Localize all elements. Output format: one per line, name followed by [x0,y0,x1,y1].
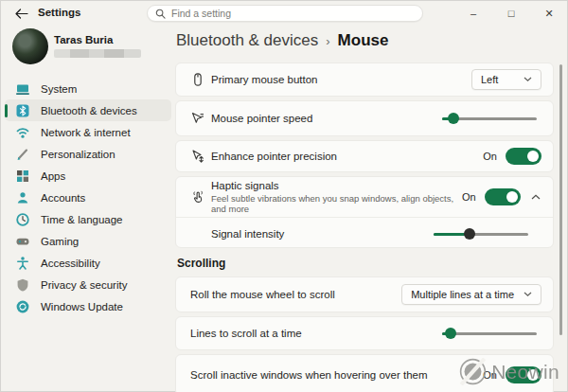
pointer-speed-slider[interactable] [442,112,537,125]
breadcrumb: Bluetooth & devices › Mouse [176,31,388,50]
haptic-signals-toggle[interactable] [485,188,521,205]
sidebar-item-windows-update[interactable]: Windows Update [5,295,171,317]
row-label: Lines to scroll at a time [190,328,302,339]
page-title: Mouse [338,31,389,50]
titlebar: Settings – □ ✕ [0,0,568,27]
toggle-knob [527,151,539,162]
signal-intensity-row: Signal intensity [176,218,553,249]
sidebar-item-label: Bluetooth & devices [41,105,137,116]
slider-thumb[interactable] [448,113,459,124]
pointer-precision-icon [190,149,205,164]
sidebar-item-label: Network & internet [41,127,131,138]
sidebar-item-gaming[interactable]: Gaming [5,230,171,252]
row-label: Roll the mouse wheel to scroll [190,289,335,300]
row-label: Mouse pointer speed [211,113,312,124]
haptic-signals-card: Haptic signals Feel subtle vibrations wh… [175,176,554,248]
sidebar: System Bluetooth & devices Network & int… [5,78,171,317]
mouse-icon [190,72,205,87]
sidebar-item-label: Gaming [41,236,79,247]
sidebar-item-personalization[interactable]: Personalization [5,143,171,165]
maximize-button[interactable]: □ [492,0,530,27]
row-description: Feel subtle vibrations when you snap win… [211,193,462,214]
profile-name: Taras Buria [54,34,113,45]
sidebar-item-accounts[interactable]: Accounts [5,187,171,208]
sidebar-item-accessibility[interactable]: Accessibility [5,252,171,274]
haptic-signals-row: Haptic signals Feel subtle vibrations wh… [176,177,553,217]
accounts-icon [15,190,30,205]
close-button[interactable]: ✕ [530,0,568,27]
vertical-scrollbar[interactable] [559,64,562,335]
lines-scroll-slider[interactable] [442,327,537,340]
sidebar-item-apps[interactable]: Apps [5,165,171,187]
chevron-up-icon [531,194,541,200]
minimize-button[interactable]: – [454,0,492,27]
haptic-collapse-button[interactable] [530,190,541,204]
sidebar-item-privacy-security[interactable]: Privacy & security [5,274,171,295]
back-icon [15,9,28,19]
sidebar-item-label: System [41,83,77,95]
neowin-logo-icon [459,358,487,385]
windows-update-icon [15,299,30,314]
dropdown-value: Multiple lines at a time [411,289,514,300]
window-controls: – □ ✕ [454,0,568,27]
watermark-text: Neowin [491,361,559,383]
search-input[interactable] [171,8,389,19]
search-box[interactable] [147,5,423,22]
scrolling-section-header: Scrolling [177,257,225,270]
row-label: Scroll inactive windows when hovering ov… [190,369,428,381]
row-label: Enhance pointer precision [211,151,337,162]
sidebar-item-system[interactable]: System [5,78,171,99]
toggle-knob [506,191,518,203]
row-label: Signal intensity [211,228,284,240]
sidebar-item-label: Apps [41,170,65,182]
privacy-icon [15,277,30,293]
apps-icon [15,169,30,184]
slider-thumb[interactable] [464,228,475,240]
enhance-precision-toggle[interactable] [506,148,541,165]
mouse-pointer-speed-row: Mouse pointer speed [175,100,554,136]
personalization-icon [15,147,30,162]
breadcrumb-parent[interactable]: Bluetooth & devices [176,31,318,50]
sidebar-item-label: Windows Update [41,301,123,312]
accessibility-icon [15,256,30,271]
sidebar-item-network-internet[interactable]: Network & internet [5,121,171,143]
redacted-email [54,49,141,58]
gaming-icon [15,234,30,249]
lines-scroll-row: Lines to scroll at a time [175,316,554,350]
neowin-watermark: Neowin [459,358,559,385]
system-icon [15,81,30,97]
row-label: Haptic signals [211,180,462,191]
toggle-state-label: On [483,151,497,162]
signal-intensity-slider[interactable] [434,227,528,241]
pointer-speed-icon [190,111,205,126]
sidebar-item-label: Accounts [41,192,85,204]
back-button[interactable] [13,6,30,21]
chevron-down-icon [524,77,532,82]
search-icon [155,9,166,19]
sidebar-item-label: Privacy & security [41,279,127,291]
haptic-icon [190,189,205,205]
wheel-scroll-row: Roll the mouse wheel to scroll Multiple … [175,276,554,312]
sidebar-item-label: Time & language [41,214,123,225]
primary-button-dropdown[interactable]: Left [471,69,541,90]
dropdown-value: Left [481,74,498,85]
toggle-state-label: On [462,191,476,203]
breadcrumb-separator: › [326,34,329,48]
slider-thumb[interactable] [445,328,456,339]
primary-mouse-button-row: Primary mouse button Left [175,62,554,97]
bluetooth-icon [15,103,30,118]
enhance-pointer-precision-row: Enhance pointer precision On [175,140,554,172]
sidebar-item-label: Accessibility [41,258,100,269]
slider-track [442,332,537,335]
network-icon [15,125,30,140]
sidebar-item-time-language[interactable]: Time & language [5,208,171,230]
chevron-down-icon [524,292,532,297]
app-title: Settings [38,7,80,18]
sidebar-item-label: Personalization [41,149,115,160]
row-label: Primary mouse button [211,74,318,85]
wheel-scroll-dropdown[interactable]: Multiple lines at a time [401,284,541,305]
avatar[interactable] [12,28,48,64]
sidebar-item-bluetooth-devices[interactable]: Bluetooth & devices [5,99,171,121]
time-language-icon [15,212,30,227]
